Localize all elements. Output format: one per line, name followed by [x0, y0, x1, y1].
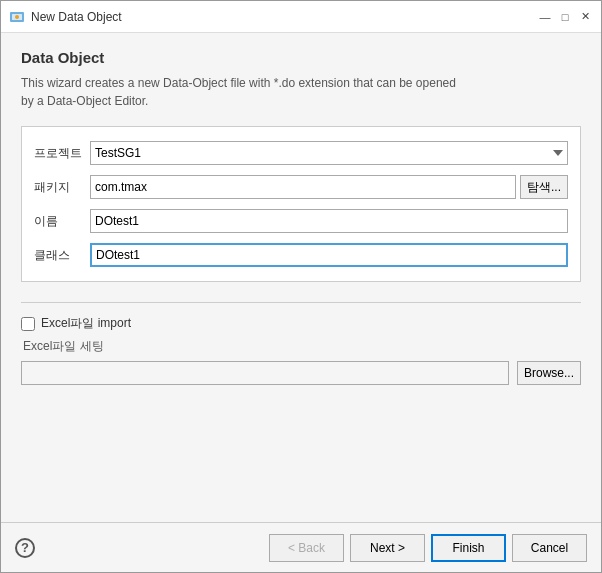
footer-right: < Back Next > Finish Cancel: [269, 534, 587, 562]
excel-browse-button[interactable]: Browse...: [517, 361, 581, 385]
class-label: 클래스: [34, 247, 90, 264]
package-label: 패키지: [34, 179, 90, 196]
title-bar-left: New Data Object: [9, 9, 122, 25]
main-window: New Data Object — □ ✕ Data Object This w…: [0, 0, 602, 573]
minimize-button[interactable]: —: [537, 9, 553, 25]
close-button[interactable]: ✕: [577, 9, 593, 25]
section-title: Data Object: [21, 49, 581, 66]
excel-section: Excel파일 import Excel파일 세팅 Browse...: [21, 315, 581, 393]
project-select-wrapper: TestSG1: [90, 141, 568, 165]
title-bar: New Data Object — □ ✕: [1, 1, 601, 33]
section-divider: [21, 302, 581, 303]
description-text: This wizard creates a new Data-Object fi…: [21, 74, 581, 110]
finish-button[interactable]: Finish: [431, 534, 506, 562]
excel-file-input[interactable]: [21, 361, 509, 385]
package-input[interactable]: [90, 175, 516, 199]
spacer: [21, 393, 581, 506]
name-label: 이름: [34, 213, 90, 230]
window-title: New Data Object: [31, 10, 122, 24]
project-row: 프로젝트 TestSG1: [34, 141, 568, 165]
name-input[interactable]: [90, 209, 568, 233]
svg-point-2: [15, 15, 19, 19]
name-row: 이름: [34, 209, 568, 233]
excel-file-row: Browse...: [21, 361, 581, 385]
app-icon: [9, 9, 25, 25]
class-input[interactable]: [90, 243, 568, 267]
back-button[interactable]: < Back: [269, 534, 344, 562]
dialog-footer: ? < Back Next > Finish Cancel: [1, 522, 601, 572]
excel-setting-label: Excel파일 세팅: [23, 338, 581, 355]
excel-import-checkbox[interactable]: [21, 317, 35, 331]
project-label: 프로젝트: [34, 145, 90, 162]
help-icon[interactable]: ?: [15, 538, 35, 558]
next-button[interactable]: Next >: [350, 534, 425, 562]
package-row: 패키지 탐색...: [34, 175, 568, 199]
description-line1: This wizard creates a new Data-Object fi…: [21, 76, 456, 90]
excel-checkbox-row: Excel파일 import: [21, 315, 581, 332]
class-row: 클래스: [34, 243, 568, 267]
form-section: 프로젝트 TestSG1 패키지 탐색... 이름 클래스: [21, 126, 581, 282]
dialog-content: Data Object This wizard creates a new Da…: [1, 33, 601, 522]
description-line2: by a Data-Object Editor.: [21, 94, 148, 108]
project-select[interactable]: TestSG1: [90, 141, 568, 165]
cancel-button[interactable]: Cancel: [512, 534, 587, 562]
browse-button[interactable]: 탐색...: [520, 175, 568, 199]
title-controls: — □ ✕: [537, 9, 593, 25]
excel-import-label: Excel파일 import: [41, 315, 131, 332]
footer-left: ?: [15, 538, 35, 558]
restore-button[interactable]: □: [557, 9, 573, 25]
